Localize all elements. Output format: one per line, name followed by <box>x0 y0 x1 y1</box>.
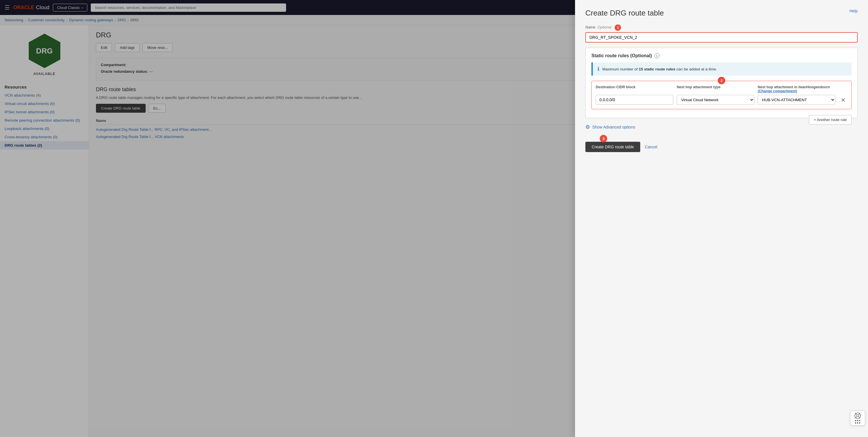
next-hop-type-header: Next hop attachment type <box>677 85 754 93</box>
info-banner-icon: ℹ <box>597 66 599 72</box>
dest-cidr-header: Destination CIDR block <box>596 85 673 93</box>
route-rule-grid: Virtual Cloud Network IPSec Tunnel Virtu… <box>596 95 847 105</box>
svg-rect-12 <box>859 423 860 424</box>
step-3-badge: 3 <box>600 135 607 142</box>
info-banner: ℹ Maximum number of 15 static route rule… <box>591 62 851 76</box>
svg-rect-9 <box>859 420 860 421</box>
close-rule-button[interactable]: ✕ <box>839 96 847 104</box>
svg-rect-11 <box>857 423 858 424</box>
help-float-button[interactable] <box>850 411 865 426</box>
dest-cidr-input[interactable] <box>596 95 673 105</box>
show-advanced-label: Show Advanced options <box>592 125 635 129</box>
name-input[interactable] <box>585 32 858 42</box>
svg-point-2 <box>857 414 859 417</box>
grid-icon <box>855 420 861 424</box>
svg-rect-10 <box>855 423 856 424</box>
add-another-rule-button[interactable]: + Another route rule <box>809 115 851 124</box>
cancel-button[interactable]: Cancel <box>645 145 657 149</box>
name-label: Name Optional 1 <box>585 24 858 31</box>
route-rules-title: Static route rules (Optional) i <box>591 53 851 58</box>
info-circle-icon[interactable]: i <box>654 53 659 58</box>
show-advanced-options[interactable]: ⚙ Show Advanced options <box>585 124 809 130</box>
info-banner-text: Maximum number of 15 static route rules … <box>602 67 717 71</box>
next-hop-attachment-header: Next hop attachment in IwanHoogendoorn (… <box>758 85 835 93</box>
help-link[interactable]: Help <box>849 9 858 13</box>
next-hop-type-select[interactable]: Virtual Cloud Network IPSec Tunnel Virtu… <box>677 95 754 105</box>
create-drg-route-table-modal-button[interactable]: Create DRG route table <box>585 142 640 152</box>
name-form-group: Name Optional 1 <box>585 24 858 42</box>
step-1-badge: 1 <box>615 24 621 31</box>
sliders-icon: ⚙ <box>585 124 590 130</box>
route-rules-section: Static route rules (Optional) i ℹ Maximu… <box>585 48 858 118</box>
svg-rect-8 <box>857 420 858 421</box>
modal-footer: 3 Create DRG route table Cancel <box>585 139 858 152</box>
route-rule-grid-header: Destination CIDR block Next hop attachme… <box>596 85 847 93</box>
route-rule-wrapper: 2 Destination CIDR block Next hop attach… <box>591 81 851 109</box>
modal-overlay: Create DRG route table Help Name Optiona… <box>0 0 868 437</box>
svg-rect-7 <box>855 420 856 421</box>
change-compartment-link[interactable]: (Change compartment) <box>758 89 797 93</box>
next-hop-attachment-select[interactable]: HUB-VCN-ATTACHMENT <box>758 95 835 105</box>
modal-title: Create DRG route table <box>585 9 858 18</box>
life-ring-icon <box>854 412 861 419</box>
route-rule-container: Destination CIDR block Next hop attachme… <box>591 81 851 109</box>
modal-panel: Create DRG route table Help Name Optiona… <box>575 0 868 437</box>
